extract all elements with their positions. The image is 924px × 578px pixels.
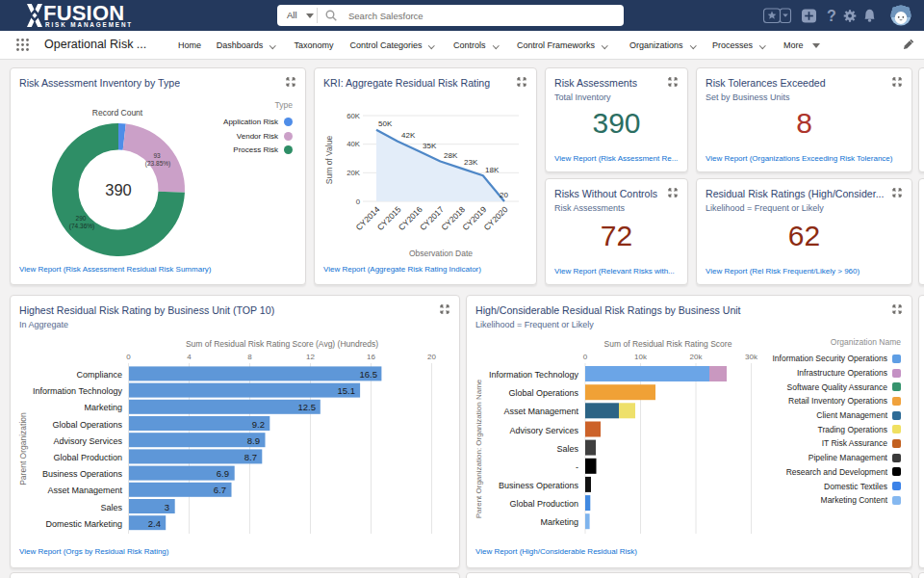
- svg-text:(23.85%): (23.85%): [145, 160, 170, 168]
- svg-text:23K: 23K: [464, 158, 478, 167]
- svg-text:Sum of Value: Sum of Value: [324, 136, 334, 185]
- svg-text:0: 0: [583, 353, 588, 361]
- svg-text:35K: 35K: [423, 142, 437, 150]
- svg-text:42K: 42K: [401, 131, 416, 140]
- svg-text:8.7: 8.7: [244, 452, 257, 462]
- svg-text:28K: 28K: [444, 151, 458, 160]
- svg-text:93: 93: [153, 152, 161, 159]
- svg-text:10k: 10k: [634, 353, 648, 361]
- svg-text:Marketing: Marketing: [84, 403, 122, 412]
- svg-text:2.4: 2.4: [148, 518, 161, 529]
- svg-text:15.1: 15.1: [338, 385, 356, 396]
- svg-text:Record Count: Record Count: [92, 108, 143, 118]
- svg-text:16: 16: [367, 353, 375, 361]
- svg-text:Parent Organization: Parent Organization: [18, 412, 28, 486]
- svg-text:390: 390: [105, 181, 132, 198]
- svg-text:30k: 30k: [745, 353, 758, 361]
- svg-text:0: 0: [356, 197, 361, 206]
- svg-text:12: 12: [306, 353, 315, 361]
- svg-text:40K: 40K: [346, 140, 361, 148]
- svg-text:Compliance: Compliance: [76, 370, 122, 380]
- svg-text:16.5: 16.5: [360, 369, 378, 380]
- svg-text:Parent Organization: Organizat: Parent Organization: Organization Name: [475, 379, 483, 518]
- svg-text:60K: 60K: [346, 112, 361, 120]
- svg-text:6.7: 6.7: [214, 485, 226, 495]
- svg-text:Asset Management: Asset Management: [47, 486, 122, 495]
- svg-text:Sum of Residual Risk Rating Sc: Sum of Residual Risk Rating Score: [604, 339, 732, 349]
- svg-text:20K: 20K: [346, 169, 361, 177]
- svg-text:-: -: [576, 462, 578, 472]
- svg-text:Advisory Services: Advisory Services: [53, 436, 122, 446]
- svg-text:Sum of Residual Risk Rating Sc: Sum of Residual Risk Rating Score (Avg) …: [186, 339, 378, 349]
- svg-text:290: 290: [76, 215, 87, 222]
- svg-text:20k: 20k: [690, 353, 704, 361]
- svg-text:Global Operations: Global Operations: [52, 420, 122, 430]
- svg-text:Global Production: Global Production: [509, 499, 578, 509]
- svg-text:Advisory Services: Advisory Services: [509, 426, 578, 435]
- svg-text:Sales: Sales: [556, 444, 578, 454]
- svg-text:20: 20: [427, 353, 436, 361]
- svg-text:Business Operations: Business Operations: [499, 481, 579, 490]
- svg-text:(74.36%): (74.36%): [69, 223, 94, 230]
- svg-text:Asset Management: Asset Management: [503, 407, 578, 416]
- svg-text:Business Operations: Business Operations: [42, 469, 123, 479]
- svg-text:4: 4: [187, 353, 192, 361]
- svg-text:Global Operations: Global Operations: [508, 388, 578, 398]
- svg-text:Information Technology: Information Technology: [33, 386, 122, 396]
- svg-text:Sales: Sales: [100, 503, 122, 512]
- svg-text:Global Production: Global Production: [53, 453, 122, 462]
- svg-text:9.2: 9.2: [252, 419, 265, 430]
- svg-text:CY2020: CY2020: [482, 204, 510, 232]
- svg-text:3: 3: [165, 502, 169, 512]
- svg-text:Observation Date: Observation Date: [409, 249, 473, 258]
- svg-text:20: 20: [500, 191, 508, 199]
- svg-text:Domestic Marketing: Domestic Marketing: [45, 519, 122, 529]
- svg-text:Information Technology: Information Technology: [489, 370, 578, 380]
- svg-text:?: ?: [827, 8, 836, 24]
- svg-text:Marketing: Marketing: [540, 517, 578, 527]
- svg-text:8: 8: [247, 353, 252, 361]
- svg-text:0: 0: [126, 353, 131, 361]
- svg-text:6.9: 6.9: [217, 468, 229, 479]
- svg-text:50K: 50K: [378, 119, 393, 128]
- svg-text:18K: 18K: [485, 166, 500, 174]
- svg-text:12.5: 12.5: [298, 402, 317, 412]
- svg-text:8.9: 8.9: [247, 435, 260, 446]
